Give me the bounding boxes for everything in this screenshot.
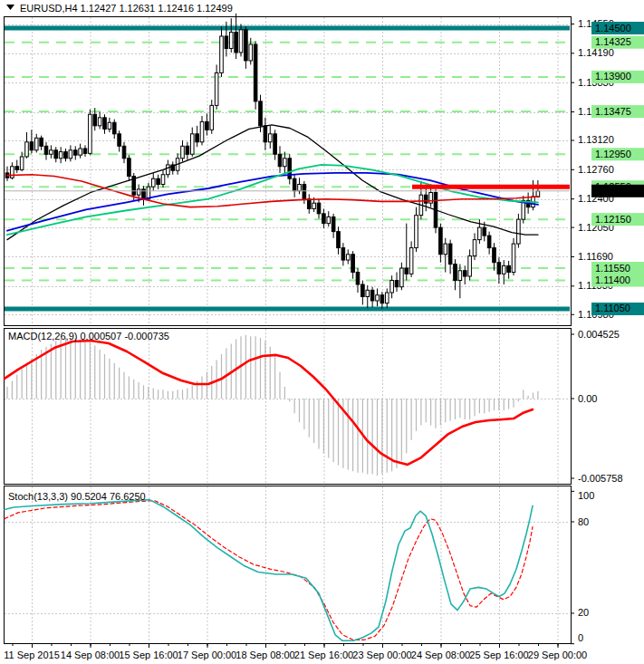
candle-bearish xyxy=(157,178,160,184)
current-price-badge: 1.12499 xyxy=(595,185,631,196)
mt4-chart-window: 1.145501.141901.138301.134701.131201.127… xyxy=(0,0,644,664)
candle-bearish xyxy=(40,138,43,146)
candle-bullish xyxy=(215,72,218,105)
candle-bullish xyxy=(473,240,476,256)
chart-canvas: 1.145501.141901.138301.134701.131201.127… xyxy=(0,0,644,664)
macd-axis-label: 0.00 xyxy=(578,393,597,404)
candle-bullish xyxy=(400,268,404,287)
candle-bearish xyxy=(259,101,263,126)
chart-title: EURUSD,H4 1.12427 1.12631 1.12416 1.1249… xyxy=(20,3,233,14)
symbol-dropdown-icon[interactable] xyxy=(6,5,14,10)
green-level-badge: 1.12150 xyxy=(595,214,631,225)
time-axis-label: 21 Sep 16:00 xyxy=(294,650,353,660)
candle-bearish xyxy=(103,118,107,130)
candle-bullish xyxy=(220,36,224,72)
time-axis-label: 14 Sep 08:00 xyxy=(61,650,120,660)
candle-bearish xyxy=(293,178,296,190)
stoch-axis-label: 0 xyxy=(578,632,583,643)
candle-bearish xyxy=(206,121,209,130)
candle-bearish xyxy=(274,134,277,154)
price-axis: 1.145501.141901.138301.134701.131201.127… xyxy=(571,18,644,320)
teal-level-badge: 1.14500 xyxy=(595,23,631,34)
candle-bullish xyxy=(190,134,194,154)
stoch-axis: 10080200 xyxy=(571,490,594,644)
candle-bearish xyxy=(351,255,355,273)
macd-panel-surface[interactable] xyxy=(5,329,572,485)
green-level-badge: 1.13475 xyxy=(595,106,631,117)
candle-bullish xyxy=(108,122,111,129)
time-axis-label: 18 Sep 08:00 xyxy=(235,650,294,660)
candle-bearish xyxy=(15,167,19,170)
candle-bearish xyxy=(196,134,199,142)
candle-bearish xyxy=(361,284,365,296)
candle-bearish xyxy=(73,150,77,155)
candle-bearish xyxy=(395,281,399,287)
candle-bullish xyxy=(249,44,253,61)
candle-bullish xyxy=(409,248,413,274)
time-axis-label: 29 Sep 00:00 xyxy=(528,650,587,660)
macd-axis-label: -0.005758 xyxy=(578,473,623,484)
candle-bearish xyxy=(356,273,360,284)
candle-bearish xyxy=(118,134,121,146)
time-axis[interactable]: 11 Sep 201514 Sep 08:0015 Sep 16:0017 Se… xyxy=(4,643,587,660)
candle-bullish xyxy=(79,149,82,155)
candle-bearish xyxy=(83,149,87,153)
price-axis-label: 1.14190 xyxy=(578,47,614,58)
candle-bullish xyxy=(390,281,394,293)
price-axis-label: 1.11690 xyxy=(578,251,613,262)
macd-axis: 0.0045250.00-0.005758 xyxy=(571,329,623,484)
candle-bearish xyxy=(454,265,457,281)
candle-bullish xyxy=(312,203,316,208)
macd-axis-label: 0.004525 xyxy=(578,329,620,340)
candle-bullish xyxy=(512,244,515,272)
time-axis-label: 17 Sep 00:00 xyxy=(178,650,236,660)
candle-bearish xyxy=(380,295,384,303)
candle-bullish xyxy=(181,146,185,158)
candle-bearish xyxy=(278,154,282,166)
candle-bullish xyxy=(327,217,331,223)
green-level-badge: 1.11550 xyxy=(595,263,630,274)
candle-bullish xyxy=(385,293,389,303)
candle-bearish xyxy=(112,122,116,134)
candle-bearish xyxy=(317,203,321,214)
candle-bullish xyxy=(69,150,72,159)
candle-bearish xyxy=(424,195,428,203)
candle-bullish xyxy=(151,178,155,187)
candle-bearish xyxy=(30,142,34,150)
candle-bearish xyxy=(93,114,97,126)
green-level-badge: 1.11400 xyxy=(595,274,630,285)
candle-bearish xyxy=(303,185,306,199)
candle-bullish xyxy=(25,142,29,157)
candle-bullish xyxy=(478,227,482,239)
candle-bullish xyxy=(20,157,24,169)
candle-bearish xyxy=(337,232,341,248)
candle-bullish xyxy=(284,159,287,167)
stoch-panel-surface[interactable] xyxy=(5,486,572,644)
time-axis-label: 25 Sep 16:00 xyxy=(469,650,528,660)
candle-bullish xyxy=(98,118,101,126)
stoch-axis-label: 100 xyxy=(578,490,594,501)
candle-bullish xyxy=(200,121,204,141)
candle-bullish xyxy=(366,290,370,296)
candle-bullish xyxy=(517,219,521,244)
time-axis-label: 15 Sep 16:00 xyxy=(119,650,178,660)
candle-bullish xyxy=(444,244,447,255)
candle-bearish xyxy=(186,146,189,154)
candle-bearish xyxy=(370,290,374,301)
green-level-badge: 1.14325 xyxy=(595,36,631,47)
candle-bullish xyxy=(167,165,170,175)
candle-bullish xyxy=(50,150,53,154)
candle-bearish xyxy=(264,126,267,142)
candle-bearish xyxy=(64,152,68,159)
candle-bearish xyxy=(493,248,496,263)
candle-bearish xyxy=(332,217,335,231)
price-axis-label: 1.13120 xyxy=(578,134,614,145)
candle-bearish xyxy=(487,236,491,247)
candle-bearish xyxy=(405,268,409,274)
candle-bullish xyxy=(268,134,272,142)
candle-bullish xyxy=(210,105,214,130)
candle-bullish xyxy=(137,189,140,195)
candle-bearish xyxy=(507,265,511,272)
candle-bullish xyxy=(376,295,380,301)
macd-label: MACD(12,26,9) 0.000507 -0.000735 xyxy=(8,331,169,342)
